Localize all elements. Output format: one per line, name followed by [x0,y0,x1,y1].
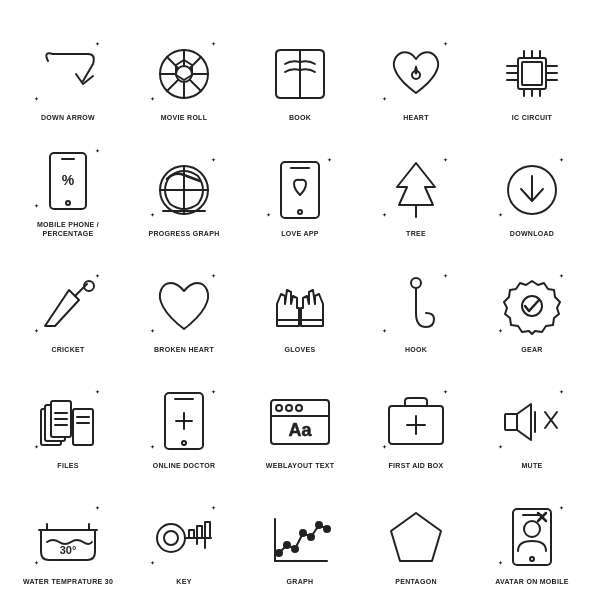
download-label: DOWNLOAD [510,230,554,238]
tree-label: TREE [406,230,426,238]
icon-cell-cricket: CRICKET [10,242,126,358]
files-icon [32,386,104,458]
icon-cell-graph: GRAPH [242,474,358,590]
svg-point-65 [296,405,302,411]
icon-cell-tree: TREE [358,126,474,242]
svg-marker-37 [397,163,435,205]
pentagon-icon [380,502,452,574]
ic-circuit-icon [496,38,568,110]
hook-label: HOOK [405,346,427,354]
svg-rect-54 [73,409,93,445]
files-label: FILES [57,462,78,470]
svg-rect-84 [189,530,194,538]
icon-cell-avatar-mobile: AVATAR ON MOBILE [474,474,590,590]
key-label: KEY [176,578,191,586]
mute-icon [496,386,568,458]
svg-rect-25 [522,62,542,85]
movie-roll-icon [148,38,220,110]
book-icon [264,38,336,110]
icon-cell-online-doctor: ONLINE DOCTOR [126,358,242,474]
svg-line-7 [190,80,201,91]
svg-point-36 [298,210,302,214]
icon-cell-down-arrow: DOWN ARROW [10,10,126,126]
svg-rect-86 [205,522,210,538]
mobile-phone-icon: % [32,145,104,217]
icon-cell-hook: HOOK [358,242,474,358]
svg-point-63 [276,405,282,411]
ic-circuit-label: IC CIRCUIT [512,114,552,122]
svg-marker-96 [391,513,441,561]
gloves-label: GLOVES [285,346,316,354]
water-temp-label: WATER TEMPRATURE 30 [23,578,113,586]
icon-cell-ic-circuit: IC CIRCUIT [474,10,590,126]
icon-cell-water-temp: 30° WATER TEMPRATURE 30 [10,474,126,590]
svg-text:Aa: Aa [288,420,312,440]
water-temp-icon: 30° [32,502,104,574]
icon-cell-heart: HEART [358,10,474,126]
mute-label: MUTE [521,462,542,470]
tree-icon [380,154,452,226]
broken-heart-icon [148,270,220,342]
icon-cell-download: DOWNLOAD [474,126,590,242]
heart-label: HEART [403,114,429,122]
svg-point-45 [411,278,421,288]
online-doctor-icon [148,386,220,458]
gloves-icon [264,270,336,342]
cricket-label: CRICKET [51,346,84,354]
icon-cell-mobile-phone: % MOBILE PHONE / PERCENTAGE [10,126,126,242]
icon-cell-first-aid: FIRST AID BOX [358,358,474,474]
icon-cell-gear: GEAR [474,242,590,358]
icon-cell-files: FILES [10,358,126,474]
icon-cell-pentagon: PENTAGON [358,474,474,590]
gear-label: GEAR [521,346,542,354]
love-app-icon [264,154,336,226]
down-arrow-label: DOWN ARROW [41,114,95,122]
pentagon-label: PENTAGON [395,578,437,586]
cricket-icon [32,270,104,342]
svg-text:30°: 30° [60,544,77,556]
movie-roll-label: MOVIE ROLL [161,114,208,122]
graph-label: GRAPH [287,578,314,586]
gear-icon [496,270,568,342]
svg-point-89 [276,550,282,556]
svg-point-100 [524,521,540,537]
icon-cell-movie-roll: MOVIE ROLL [126,10,242,126]
hook-icon [380,270,452,342]
svg-rect-85 [197,526,202,538]
avatar-mobile-icon [496,502,568,574]
icon-cell-weblayout: Aa WEBLAYOUT TEXT [242,358,358,474]
love-app-label: LOvE App [281,230,319,238]
svg-point-90 [284,542,290,548]
icon-cell-mute: MUTE [474,358,590,474]
svg-rect-71 [505,414,517,430]
svg-text:%: % [62,172,75,188]
svg-point-64 [286,405,292,411]
svg-line-9 [167,80,178,91]
online-doctor-label: ONLINE DOCTOR [153,462,216,470]
svg-point-79 [157,524,185,552]
weblayout-icon: Aa [264,386,336,458]
icon-cell-gloves: GLOVES [242,242,358,358]
svg-point-95 [324,526,330,532]
svg-point-99 [530,557,534,561]
download-icon [496,154,568,226]
key-icon [148,502,220,574]
svg-point-91 [292,546,298,552]
svg-point-80 [164,531,178,545]
icon-cell-love-app: LOvE App [242,126,358,242]
avatar-mobile-label: AVATAR ON MOBILE [495,578,569,586]
book-label: BOOK [289,114,311,122]
progress-graph-icon [148,154,220,226]
svg-point-92 [300,530,306,536]
svg-point-93 [308,534,314,540]
first-aid-icon [380,386,452,458]
svg-point-59 [182,441,186,445]
icon-grid: DOWN ARROW MOVIE ROLL [0,0,600,600]
first-aid-label: FIRST AID BOX [389,462,444,470]
weblayout-label: WEBLAYOUT TEXT [266,462,335,470]
graph-icon [264,502,336,574]
icon-cell-progress-graph: PROGRESS GRAPH [126,126,242,242]
icon-cell-broken-heart: BROKEN HEART [126,242,242,358]
down-arrow-icon [32,38,104,110]
broken-heart-label: BROKEN HEART [154,346,214,354]
